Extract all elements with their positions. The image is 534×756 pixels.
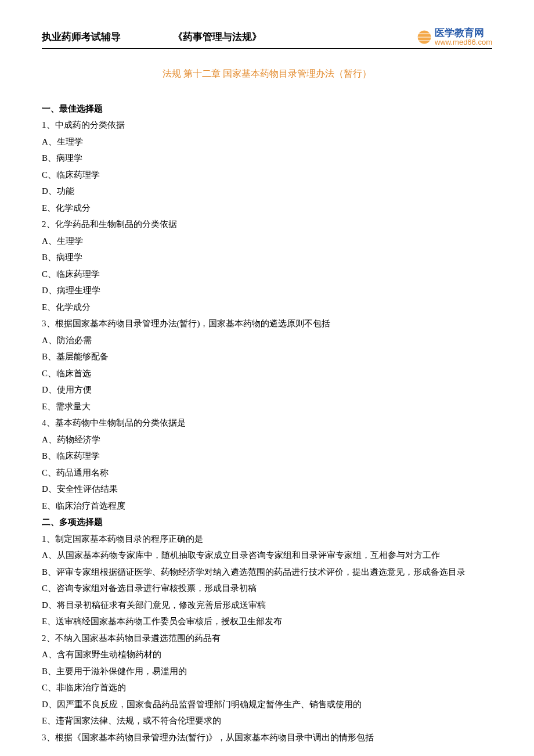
body-line: E、送审稿经国家基本药物工作委员会审核后，授权卫生部发布 [42, 613, 492, 630]
header-course: 执业药师考试辅导 [42, 28, 121, 46]
chapter-title: 法规 第十二章 国家基本药物目录管理办法（暂行） [42, 65, 492, 82]
body-line: D、病理生理学 [42, 282, 492, 299]
body-line: 3、根据《国家基本药物目录管理办法(暂行)》，从国家基本药物目录中调出的情形包括 [42, 729, 492, 746]
document-body: 一、最佳选择题1、中成药的分类依据A、生理学B、病理学C、临床药理学D、功能E、… [42, 100, 492, 746]
body-line: 3、根据国家基本药物目录管理办法(暂行)，国家基本药物的遴选原则不包括 [42, 315, 492, 332]
body-line: 2、化学药品和生物制品的分类依据 [42, 216, 492, 233]
body-line: D、使用方便 [42, 381, 492, 398]
logo-text: 医学教育网 www.med66.com [435, 28, 492, 46]
section-heading: 一、最佳选择题 [42, 100, 492, 117]
body-line: B、主要用于滋补保健作用，易滥用的 [42, 663, 492, 680]
body-line: 1、制定国家基本药物目录的程序正确的是 [42, 531, 492, 548]
body-line: D、功能 [42, 183, 492, 200]
body-line: C、临床首选 [42, 365, 492, 382]
body-line: 1、中成药的分类依据 [42, 117, 492, 134]
body-line: D、因严重不良反应，国家食品药品监督管理部门明确规定暂停生产、销售或使用的 [42, 696, 492, 713]
body-line: B、评审专家组根据循证医学、药物经济学对纳入遴选范围的药品进行技术评价，提出遴选… [42, 564, 492, 581]
body-line: A、生理学 [42, 134, 492, 150]
header-subject: 《药事管理与法规》 [121, 28, 417, 46]
body-line: E、临床治疗首选程度 [42, 498, 492, 514]
body-line: B、临床药理学 [42, 448, 492, 465]
body-line: E、化学成分 [42, 299, 492, 316]
body-line: E、化学成分 [42, 200, 492, 217]
body-line: A、药物经济学 [42, 431, 492, 448]
body-line: E、违背国家法律、法规，或不符合伦理要求的 [42, 712, 492, 729]
section-heading: 二、多项选择题 [42, 514, 492, 531]
body-line: 2、不纳入国家基本药物目录遴选范围的药品有 [42, 630, 492, 647]
body-line: B、病理学 [42, 150, 492, 167]
body-line: C、药品通用名称 [42, 465, 492, 481]
body-line: B、病理学 [42, 249, 492, 266]
body-line: D、安全性评估结果 [42, 481, 492, 498]
body-line: B、基层能够配备 [42, 348, 492, 365]
body-line: D、将目录初稿征求有关部门意见，修改完善后形成送审稿 [42, 597, 492, 614]
globe-icon [417, 30, 432, 45]
body-line: C、咨询专家组对备选目录进行审核投票，形成目录初稿 [42, 580, 492, 597]
body-line: C、临床药理学 [42, 167, 492, 183]
body-line: E、需求量大 [42, 398, 492, 415]
body-line: 4、基本药物中生物制品的分类依据是 [42, 415, 492, 431]
body-line: A、生理学 [42, 233, 492, 250]
logo-site-url: www.med66.com [435, 38, 492, 46]
site-logo: 医学教育网 www.med66.com [417, 28, 492, 46]
body-line: A、防治必需 [42, 332, 492, 349]
logo-site-name: 医学教育网 [435, 28, 492, 38]
body-line: C、临床药理学 [42, 266, 492, 283]
document-page: 执业药师考试辅导 《药事管理与法规》 医学教育网 www.med66.com 法… [0, 0, 534, 756]
page-header: 执业药师考试辅导 《药事管理与法规》 医学教育网 www.med66.com [42, 28, 492, 49]
body-line: C、非临床治疗首选的 [42, 679, 492, 696]
body-line: A、从国家基本药物专家库中，随机抽取专家成立目录咨询专家组和目录评审专家组，互相… [42, 547, 492, 564]
body-line: A、含有国家野生动植物药材的 [42, 646, 492, 663]
